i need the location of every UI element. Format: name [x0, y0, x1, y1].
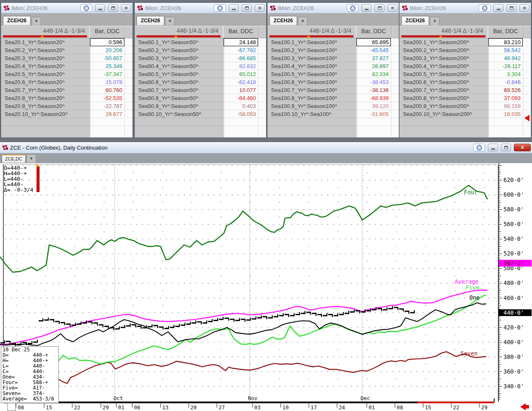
row-value[interactable]: 69.526 — [488, 86, 523, 94]
minimize-button[interactable] — [95, 4, 105, 12]
tab-zce-dc[interactable]: ZCE,DC — [2, 155, 26, 163]
minimize-button[interactable] — [229, 4, 239, 12]
table-row[interactable]: Sea200.1_Yr^:Season200^83.210 — [400, 38, 531, 46]
row-value[interactable]: -38.136 — [356, 86, 391, 94]
row-value[interactable]: -26.117 — [488, 62, 523, 70]
table-row[interactable]: Sea20.3_Yr^:Season20^-50.657 — [1, 54, 132, 62]
close-button[interactable]: ✕ — [121, 4, 131, 12]
add-tab-button[interactable]: + — [298, 17, 308, 25]
row-value[interactable]: -37.347 — [90, 70, 124, 78]
row-value[interactable]: -62.418 — [224, 78, 258, 86]
table-row[interactable]: Sea20.4_Yr^:Season20^25.349 — [1, 62, 132, 70]
row-value[interactable]: -38.453 — [356, 78, 391, 86]
table-row[interactable]: Sea200.7_Yr^:Season200^69.526 — [400, 86, 531, 94]
row-value[interactable]: 48.942 — [488, 54, 523, 62]
titlebar[interactable]: IMon: ZCEH26 ✕ — [135, 3, 266, 13]
tab-zceh26[interactable]: ZCEH26 — [137, 16, 164, 25]
titlebar[interactable]: IMon: ZCEH26 ✕ — [268, 3, 399, 13]
close-button[interactable]: ✕ — [255, 4, 265, 12]
table-row[interactable]: Sea20.1_Yr^:Season20^0.596 — [1, 38, 132, 46]
titlebar[interactable]: IMon: ZCEH26 ✕ — [400, 3, 531, 13]
row-value[interactable]: -22.787 — [90, 102, 124, 110]
column-header[interactable]: Bar, DDC — [89, 26, 124, 38]
table-row[interactable]: Sea100.6_Yr^:Season100^-38.453 — [268, 78, 399, 86]
column-header[interactable]: Bar, DDC — [487, 26, 523, 38]
price-header[interactable]: 446-1/4 Δ -1-3/4 — [135, 26, 223, 38]
price-header[interactable]: 446-1/4 Δ -1-3/4 — [1, 26, 89, 38]
row-value[interactable]: -45.545 — [356, 46, 391, 54]
row-value[interactable]: -58.053 — [224, 110, 258, 118]
table-row[interactable]: Sea50.9_Yr^:Season50^0.403 — [135, 102, 266, 110]
row-value[interactable]: 37.827 — [356, 54, 391, 62]
titlebar[interactable]: ZCE - Corn (Globex), Daily Continuation … — [0, 142, 532, 153]
table-row[interactable]: Sea20.9_Yr^:Season20^-22.787 — [1, 102, 132, 110]
close-button[interactable]: ✕ — [387, 4, 398, 12]
scrollbar-thumb[interactable] — [8, 403, 16, 411]
row-value[interactable]: 15.078 — [90, 78, 124, 86]
table-row[interactable]: Sea20.6_Yr^:Season20^15.078 — [1, 78, 132, 86]
pin-button[interactable] — [80, 4, 92, 12]
table-row[interactable]: Sea100.4_Yr^:Season100^28.897 — [268, 62, 399, 70]
row-value[interactable]: 24.148 — [224, 38, 258, 46]
table-row[interactable]: Sea200.4_Yr^:Season200^-26.117 — [400, 62, 531, 70]
table-row[interactable]: Sea50.7_Yr^:Season50^10.077 — [135, 86, 266, 94]
table-row[interactable]: Sea100.7_Yr^:Season100^-38.136 — [268, 86, 399, 94]
table-row[interactable]: Sea200.8_Yr^:Season200^37.093 — [400, 94, 531, 102]
scroll-left-arrow-icon[interactable] — [524, 115, 529, 121]
chart-area[interactable]: SevenFiveAverageFourOne620-0'600-0'580-0… — [0, 163, 532, 411]
pin-button[interactable] — [473, 144, 485, 151]
row-value[interactable]: 66.159 — [488, 102, 523, 110]
restore-button[interactable] — [374, 4, 385, 12]
table-row[interactable]: Sea100.8_Yr^:Season100^-68.939 — [268, 94, 399, 102]
row-value[interactable]: -52.535 — [90, 94, 124, 102]
row-value[interactable]: 3.304 — [488, 70, 523, 78]
row-value[interactable]: 29.677 — [90, 110, 124, 118]
row-value[interactable]: 37.093 — [488, 94, 523, 102]
add-tab-button[interactable]: + — [32, 17, 41, 25]
row-value[interactable]: 25.349 — [90, 62, 124, 70]
table-row[interactable]: Sea100.3_Yr^:Season100^37.827 — [268, 54, 399, 62]
column-header[interactable]: Bar, DDC — [356, 26, 391, 38]
tab-zceh26[interactable]: ZCEH26 — [3, 16, 31, 25]
table-row[interactable]: Sea100.2_Yr^:Season100^-45.545 — [268, 46, 399, 54]
table-row[interactable]: Sea200.9_Yr^:Season200^66.159 — [400, 102, 531, 110]
table-row[interactable]: Sea100.9_Yr^:Season100^39.120 — [268, 102, 399, 110]
row-value[interactable]: 20.206 — [90, 46, 124, 54]
row-value[interactable]: 82.832 — [224, 62, 258, 70]
table-row[interactable]: Sea200.10_Yr^:Season200^16.035 — [400, 110, 531, 118]
table-row[interactable]: Sea50.2_Yr^:Season50^-67.782 — [135, 46, 266, 54]
close-button[interactable]: ✕ — [514, 144, 531, 151]
restore-button[interactable] — [501, 144, 511, 151]
row-value[interactable]: -50.657 — [90, 54, 124, 62]
pin-button[interactable] — [479, 4, 490, 12]
table-row[interactable]: Sea50.6_Yr^:Season50^-62.418 — [135, 78, 266, 86]
minimize-button[interactable] — [488, 144, 498, 151]
chart-svg[interactable]: SevenFiveAverageFourOne620-0'600-0'580-0… — [0, 163, 532, 411]
table-row[interactable]: Sea20.8_Yr^:Season20^-52.535 — [1, 94, 132, 102]
table-row[interactable]: Sea50.10_Yr^:Season50^-58.053 — [135, 110, 266, 118]
row-value[interactable]: 28.897 — [356, 62, 391, 70]
row-value[interactable]: -68.939 — [356, 94, 391, 102]
row-value[interactable]: 65.895 — [356, 38, 391, 46]
table-row[interactable]: Sea100.1_Yr^:Season100^65.895 — [268, 38, 399, 46]
close-button[interactable]: ✕ — [519, 4, 529, 12]
table-row[interactable]: Sea50.8_Yr^:Season50^-64.460 — [135, 94, 266, 102]
table-row[interactable]: Sea20.5_Yr^:Season20^-37.347 — [1, 70, 132, 78]
table-row[interactable]: Sea20.10_Yr^:Season20^29.677 — [1, 110, 132, 118]
row-value[interactable]: -64.460 — [224, 94, 258, 102]
add-tab-button[interactable]: + — [165, 17, 175, 25]
row-value[interactable]: 0.596 — [90, 38, 124, 46]
table-row[interactable]: Sea50.1_Yr^:Season50^24.148 — [135, 38, 266, 46]
titlebar[interactable]: IMon: ZCEH26 ✕ — [1, 3, 132, 13]
table-row[interactable]: Sea200.6_Yr^:Season200^-0.846 — [400, 78, 531, 86]
table-row[interactable]: Sea50.3_Yr^:Season50^-66.685 — [135, 54, 266, 62]
row-value[interactable]: -0.846 — [488, 78, 523, 86]
minimize-button[interactable] — [361, 4, 371, 12]
table-row[interactable]: Sea20.7_Yr^:Season20^60.760 — [1, 86, 132, 94]
row-value[interactable]: -31.605 — [356, 110, 391, 118]
table-row[interactable]: Sea50.4_Yr^:Season50^82.832 — [135, 62, 266, 70]
row-value[interactable]: 56.542 — [488, 46, 523, 54]
pin-button[interactable] — [214, 4, 226, 12]
table-row[interactable]: Sea50.5_Yr^:Season50^65.012 — [135, 70, 266, 78]
row-value[interactable]: 16.035 — [488, 110, 523, 118]
